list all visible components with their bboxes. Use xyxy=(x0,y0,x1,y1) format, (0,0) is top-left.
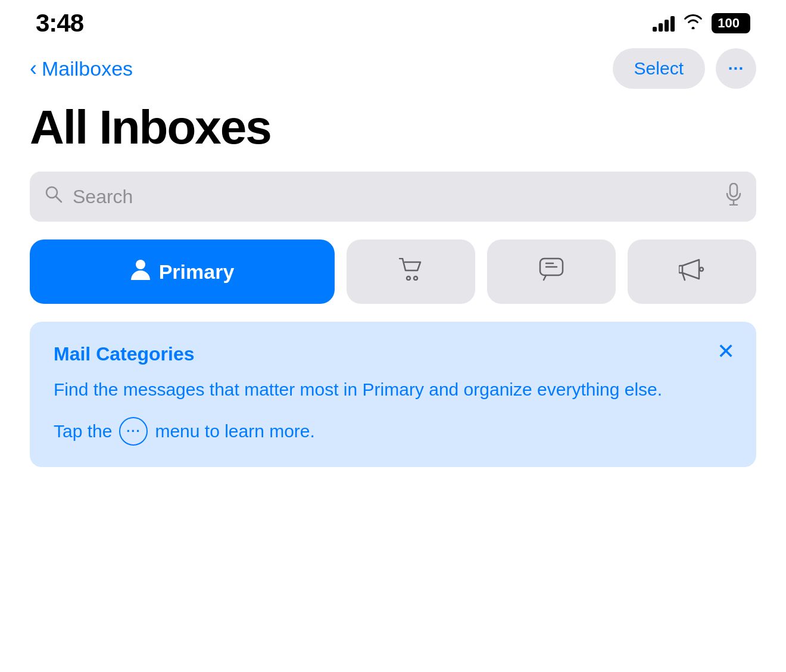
banner-close-button[interactable]: ✕ xyxy=(717,341,735,362)
back-button[interactable]: ‹ Mailboxes xyxy=(30,57,133,80)
search-input[interactable] xyxy=(73,186,716,208)
message-icon xyxy=(539,257,564,287)
page-title-section: All Inboxes xyxy=(0,95,786,172)
tab-shopping[interactable] xyxy=(347,239,475,304)
tab-messages[interactable] xyxy=(487,239,616,304)
signal-icon xyxy=(653,15,675,32)
svg-line-1 xyxy=(56,197,61,202)
tab-promotions[interactable] xyxy=(628,239,756,304)
search-icon xyxy=(44,185,63,209)
status-time: 3:48 xyxy=(36,9,83,38)
battery-icon: 100 xyxy=(712,13,750,33)
svg-point-6 xyxy=(407,276,410,280)
svg-point-7 xyxy=(414,276,417,280)
search-container xyxy=(0,172,786,239)
banner-title: Mail Categories xyxy=(54,343,735,365)
back-label: Mailboxes xyxy=(42,57,133,80)
svg-rect-2 xyxy=(730,183,737,197)
search-bar xyxy=(30,172,756,222)
mail-categories-banner: ✕ Mail Categories Find the messages that… xyxy=(30,322,756,467)
category-tabs: Primary xyxy=(0,239,786,322)
cart-icon xyxy=(399,258,423,286)
banner-description: Find the messages that matter most in Pr… xyxy=(54,376,735,403)
nav-bar: ‹ Mailboxes Select ··· xyxy=(0,42,786,95)
svg-point-11 xyxy=(700,267,703,271)
banner-hint: Tap the ··· menu to learn more. xyxy=(54,417,735,446)
more-button[interactable]: ··· xyxy=(716,48,756,89)
person-icon xyxy=(130,258,151,286)
tab-primary[interactable]: Primary xyxy=(30,239,335,304)
status-bar: 3:48 100 xyxy=(0,0,786,42)
nav-actions: Select ··· xyxy=(613,48,756,89)
dots-circle-icon: ··· xyxy=(119,417,148,446)
tab-primary-label: Primary xyxy=(159,260,235,284)
banner-hint-prefix: Tap the xyxy=(54,421,112,441)
microphone-icon[interactable] xyxy=(725,183,742,210)
status-icons: 100 xyxy=(653,13,750,33)
select-button[interactable]: Select xyxy=(613,48,705,89)
svg-point-5 xyxy=(136,260,145,269)
page-title: All Inboxes xyxy=(30,101,756,154)
wifi-icon xyxy=(683,14,703,33)
back-chevron-icon: ‹ xyxy=(30,58,37,79)
megaphone-icon xyxy=(679,257,705,287)
banner-hint-suffix: menu to learn more. xyxy=(155,421,314,441)
